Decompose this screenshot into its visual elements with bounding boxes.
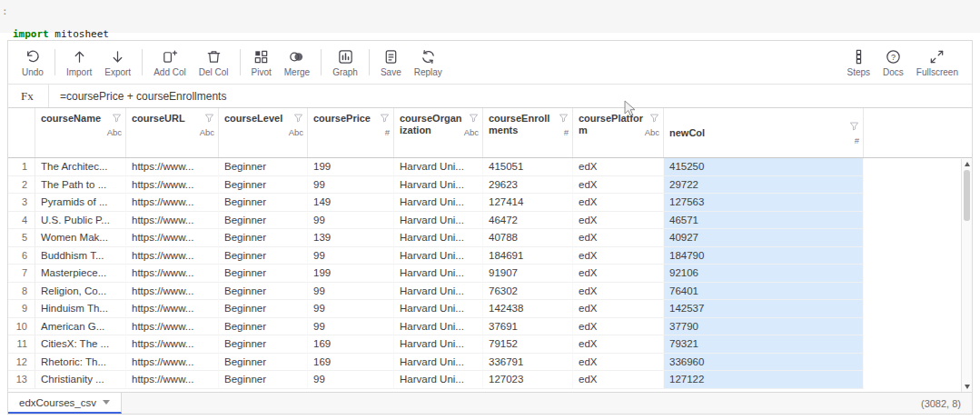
undo-button[interactable]: Undo: [15, 43, 50, 82]
column-header-courseLevel[interactable]: courseLevelAbc: [219, 108, 308, 157]
cell-courseURL[interactable]: https://www...: [126, 194, 219, 212]
cell-courseOrganization[interactable]: Harvard Uni...: [394, 318, 483, 336]
cell-courseOrganization[interactable]: Harvard Uni...: [394, 371, 483, 389]
cell-courseOrganization[interactable]: Harvard Uni...: [394, 194, 483, 212]
filter-icon[interactable]: [112, 113, 122, 123]
cell-courseEnrollments[interactable]: 40788: [483, 229, 573, 247]
scroll-up-icon[interactable]: [965, 162, 970, 166]
docs-button[interactable]: ? Docs: [876, 43, 910, 82]
cell-courseName[interactable]: American G...: [35, 318, 126, 336]
cell-courseURL[interactable]: https://www...: [126, 335, 219, 354]
cell-courseOrganization[interactable]: Harvard Uni...: [394, 300, 483, 318]
cell-courseName[interactable]: Religion, Co...: [35, 283, 126, 301]
column-header-courseURL[interactable]: courseURLAbc: [126, 108, 219, 157]
column-header-courseOrganization[interactable]: courseOrganizationAbc: [394, 108, 483, 157]
graph-button[interactable]: Graph: [326, 43, 364, 82]
export-button[interactable]: Export: [98, 43, 137, 82]
cell-courseEnrollments[interactable]: 127414: [483, 194, 573, 212]
cell-courseEnrollments[interactable]: 91907: [483, 265, 573, 283]
cell-courseURL[interactable]: https://www...: [126, 318, 219, 336]
cell-newCol[interactable]: 79321: [664, 335, 864, 354]
filter-icon[interactable]: [649, 113, 659, 123]
cell-courseEnrollments[interactable]: 79152: [483, 335, 573, 354]
cell-coursePlatform[interactable]: edX: [573, 229, 664, 247]
vertical-scrollbar[interactable]: [961, 159, 972, 392]
filter-icon[interactable]: [559, 113, 569, 123]
cell-courseEnrollments[interactable]: 142438: [483, 300, 573, 318]
cell-coursePlatform[interactable]: edX: [573, 247, 664, 265]
del-col-button[interactable]: Del Col: [193, 43, 235, 82]
cell-courseURL[interactable]: https://www...: [126, 212, 219, 230]
cell-newCol[interactable]: 415250: [664, 158, 864, 176]
cell-courseOrganization[interactable]: Harvard Uni...: [394, 247, 483, 265]
cell-coursePlatform[interactable]: edX: [573, 158, 664, 176]
column-header-newCol[interactable]: newCol#: [664, 108, 864, 157]
column-header-coursePlatform[interactable]: coursePlatformAbc: [573, 108, 664, 157]
cell-courseLevel[interactable]: Beginner: [219, 335, 308, 354]
cell-coursePlatform[interactable]: edX: [573, 354, 664, 372]
cell-courseOrganization[interactable]: Harvard Uni...: [394, 354, 483, 372]
cell-courseLevel[interactable]: Beginner: [219, 318, 308, 336]
cell-newCol[interactable]: 37790: [664, 318, 864, 336]
cell-coursePrice[interactable]: 99: [308, 247, 394, 265]
cell-coursePrice[interactable]: 199: [308, 265, 394, 283]
cell-coursePrice[interactable]: 99: [308, 371, 394, 389]
cell-coursePlatform[interactable]: edX: [573, 212, 664, 230]
cell-courseURL[interactable]: https://www...: [126, 229, 219, 247]
cell-courseName[interactable]: Hinduism Th...: [35, 300, 126, 318]
cell-courseLevel[interactable]: Beginner: [219, 229, 308, 247]
replay-button[interactable]: Replay: [408, 43, 449, 82]
cell-courseEnrollments[interactable]: 46472: [483, 212, 573, 230]
cell-courseEnrollments[interactable]: 336791: [483, 354, 573, 372]
cell-courseOrganization[interactable]: Harvard Uni...: [394, 158, 483, 176]
cell-coursePlatform[interactable]: edX: [573, 318, 664, 336]
cell-courseName[interactable]: The Architec...: [35, 158, 126, 176]
filter-icon[interactable]: [293, 113, 303, 123]
filter-icon[interactable]: [380, 113, 390, 123]
cell-courseLevel[interactable]: Beginner: [219, 354, 308, 372]
cell-coursePrice[interactable]: 139: [308, 229, 394, 247]
cell-courseEnrollments[interactable]: 415051: [483, 158, 573, 176]
cell-coursePlatform[interactable]: edX: [573, 176, 664, 195]
column-header-courseName[interactable]: courseNameAbc: [35, 108, 126, 157]
cell-courseURL[interactable]: https://www...: [126, 283, 219, 301]
cell-courseEnrollments[interactable]: 37691: [483, 318, 573, 336]
cell-courseURL[interactable]: https://www...: [126, 247, 219, 265]
save-button[interactable]: Save: [374, 43, 408, 82]
cell-coursePlatform[interactable]: edX: [573, 300, 664, 318]
cell-courseEnrollments[interactable]: 127023: [483, 371, 573, 389]
cell-newCol[interactable]: 127563: [664, 194, 864, 212]
cell-courseName[interactable]: Pyramids of ...: [35, 194, 126, 212]
cell-coursePlatform[interactable]: edX: [573, 194, 664, 212]
cell-courseName[interactable]: Christianity ...: [35, 371, 126, 389]
cell-coursePlatform[interactable]: edX: [573, 265, 664, 283]
cell-newCol[interactable]: 76401: [664, 283, 864, 301]
cell-coursePrice[interactable]: 99: [308, 212, 394, 230]
cell-coursePrice[interactable]: 199: [308, 158, 394, 176]
cell-coursePrice[interactable]: 169: [308, 354, 394, 372]
cell-courseLevel[interactable]: Beginner: [219, 158, 308, 176]
cell-coursePrice[interactable]: 99: [308, 176, 394, 195]
cell-coursePlatform[interactable]: edX: [573, 283, 664, 301]
cell-courseLevel[interactable]: Beginner: [219, 283, 308, 301]
cell-courseOrganization[interactable]: Harvard Uni...: [394, 229, 483, 247]
cell-newCol[interactable]: 336960: [664, 354, 864, 372]
cell-coursePrice[interactable]: 169: [308, 335, 394, 354]
cell-courseLevel[interactable]: Beginner: [219, 176, 308, 195]
scroll-thumb[interactable]: [964, 170, 970, 221]
cell-courseURL[interactable]: https://www...: [126, 176, 219, 195]
cell-courseLevel[interactable]: Beginner: [219, 265, 308, 283]
cell-newCol[interactable]: 40927: [664, 229, 864, 247]
cell-courseEnrollments[interactable]: 29623: [483, 176, 573, 195]
cell-courseName[interactable]: Masterpiece...: [35, 265, 126, 283]
cell-courseName[interactable]: The Path to ...: [35, 176, 126, 195]
cell-courseLevel[interactable]: Beginner: [219, 371, 308, 389]
cell-courseURL[interactable]: https://www...: [126, 371, 219, 389]
cell-courseOrganization[interactable]: Harvard Uni...: [394, 265, 483, 283]
cell-courseOrganization[interactable]: Harvard Uni...: [394, 176, 483, 195]
cell-newCol[interactable]: 29722: [664, 176, 864, 195]
cell-newCol[interactable]: 92106: [664, 265, 864, 283]
cell-courseLevel[interactable]: Beginner: [219, 247, 308, 265]
cell-newCol[interactable]: 46571: [664, 212, 864, 230]
column-header-coursePrice[interactable]: coursePrice#: [308, 108, 394, 157]
